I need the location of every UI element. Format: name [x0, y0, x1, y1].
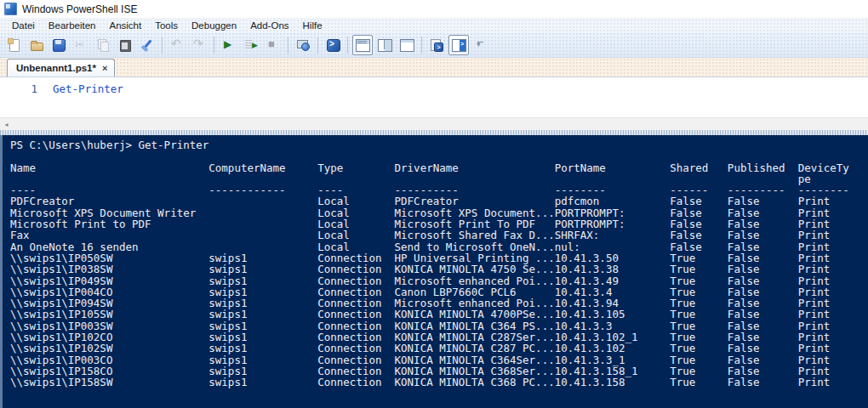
save-icon: [52, 38, 66, 52]
toolbar-separator: [421, 37, 422, 54]
code-text: Get-Printer: [37, 82, 123, 95]
console-row: \\swips1\IP102SW swips1 Connection KONIC…: [10, 343, 868, 354]
clear-console-button[interactable]: [137, 35, 157, 55]
menu-item-bearbeiten[interactable]: Bearbeiten: [42, 19, 103, 32]
cut-icon: [74, 38, 88, 52]
toolbar-separator: [214, 37, 214, 54]
toolbar-separator: [347, 37, 348, 54]
paste-icon: [118, 38, 132, 52]
toolbar: [0, 32, 868, 58]
toolbar-separator: [288, 37, 288, 54]
console-underline-line: ---- ------------ ---- ---------- ------…: [10, 184, 868, 196]
console-row: \\swips1\IP050SW swips1 Connection HP Un…: [10, 252, 868, 264]
toolbar-separator: [162, 37, 163, 54]
script-pane-right-icon: [378, 38, 391, 52]
show-script-pane-right-button[interactable]: [374, 35, 395, 55]
menu-item-datei[interactable]: Datei: [5, 19, 42, 32]
console-row: \\swips1\IP003CO swips1 Connection KONIC…: [10, 354, 868, 366]
start-powershell-button[interactable]: [323, 35, 343, 55]
menu-item-add-ons[interactable]: Add-Ons: [243, 19, 295, 32]
clear-console-icon: [140, 38, 154, 52]
powershell-tab-icon: [430, 38, 443, 52]
menu-item-tools[interactable]: Tools: [148, 19, 185, 32]
copy-button[interactable]: [93, 35, 113, 55]
console-row: \\swips1\IP102CO swips1 Connection KONIC…: [10, 332, 868, 343]
menu-item-ansicht[interactable]: Ansicht: [102, 19, 148, 32]
console-blank-line: [10, 150, 868, 162]
window-title: Windows PowerShell ISE: [22, 3, 137, 15]
show-script-pane-top-button[interactable]: [352, 35, 373, 55]
powershell-tab-button[interactable]: [426, 35, 447, 55]
copy-icon: [96, 38, 110, 52]
new-remote-powershell-tab-button[interactable]: [293, 35, 313, 55]
console-row: \\swips1\IP004CO swips1 Connection Canon…: [10, 286, 868, 298]
console-row: \\swips1\IP158CO swips1 Connection KONIC…: [10, 366, 868, 377]
editor-horizontal-scrollbar[interactable]: ◂: [0, 117, 868, 130]
undo-icon: [170, 38, 184, 52]
run-selection-button[interactable]: [241, 35, 261, 55]
app-icon: [4, 3, 17, 15]
show-command-addon-button[interactable]: [448, 35, 469, 55]
open-script-button[interactable]: [26, 35, 47, 55]
show-script-pane-maximized-button[interactable]: [397, 35, 417, 55]
toolbar-overflow-icon: [477, 38, 485, 52]
command-addon-icon: [452, 38, 465, 52]
console-header-line: Name ComputerName Type DriverName PortNa…: [10, 162, 868, 173]
menu-item-hilfe[interactable]: Hilfe: [296, 19, 329, 32]
redo-button[interactable]: [189, 35, 209, 55]
console-row: \\swips1\IP158SW swips1 Connection KONIC…: [10, 377, 868, 388]
menu-bar: DateiBearbeitenAnsichtToolsDebuggenAdd-O…: [0, 19, 868, 32]
undo-button[interactable]: [167, 35, 187, 55]
console-row: \\swips1\IP049SW swips1 Connection Micro…: [10, 275, 868, 286]
run-script-button[interactable]: [219, 35, 239, 55]
tab-label: Unbenannt1.ps1*: [16, 63, 96, 73]
console-row: Microsoft XPS Document Writer Local Micr…: [10, 207, 868, 218]
script-pane-top-icon: [356, 38, 369, 52]
console-row: An OneNote 16 senden Local Send to Micro…: [10, 241, 868, 252]
powershell-icon: [326, 38, 340, 52]
line-number: 1: [0, 82, 37, 95]
tab-bar: Unbenannt1.ps1* ×: [0, 58, 868, 76]
stop-button[interactable]: [263, 35, 283, 55]
run-script-icon: [222, 38, 236, 52]
console-row: \\swips1\IP094SW swips1 Connection Micro…: [10, 298, 868, 309]
title-bar: Windows PowerShell ISE: [0, 0, 868, 19]
redo-icon: [192, 38, 206, 52]
editor-line: 1 Get-Printer: [0, 77, 868, 95]
new-script-icon: [8, 38, 21, 52]
new-script-button[interactable]: [4, 35, 25, 55]
script-tab[interactable]: Unbenannt1.ps1* ×: [7, 59, 115, 76]
console-prompt-line: PS C:\Users\huberj> Get-Printer: [10, 139, 868, 150]
tab-close-icon[interactable]: ×: [102, 64, 107, 73]
stop-icon: [266, 38, 280, 52]
new-remote-tab-icon: [296, 38, 310, 52]
console-row: \\swips1\IP105SW swips1 Connection KONIC…: [10, 309, 868, 320]
menu-item-debuggen[interactable]: Debuggen: [185, 19, 243, 32]
paste-button[interactable]: [115, 35, 135, 55]
scroll-left-arrow-icon[interactable]: ◂: [0, 118, 13, 131]
run-selection-icon: [244, 38, 258, 52]
console-row: Microsoft Print to PDF Local Microsoft P…: [10, 218, 868, 230]
console-row: \\swips1\IP038SW swips1 Connection KONIC…: [10, 264, 868, 275]
cut-button[interactable]: [71, 35, 91, 55]
console-row: PDFCreator Local PDFCreator pdfcmon Fals…: [10, 196, 868, 207]
open-script-icon: [30, 38, 43, 52]
script-pane-max-icon: [400, 38, 414, 52]
toolbar-separator: [317, 37, 318, 54]
console-row: Fax Local Microsoft Shared Fax D...SHRFA…: [10, 230, 868, 241]
console-pane[interactable]: PS C:\Users\huberj> Get-Printer Name Com…: [0, 135, 868, 408]
script-editor[interactable]: 1 Get-Printer: [0, 76, 868, 117]
console-header-wrap-line: pe: [10, 173, 868, 184]
toolbar-overflow-button[interactable]: [471, 35, 491, 55]
save-button[interactable]: [49, 35, 69, 55]
console-row: \\swips1\IP003SW swips1 Connection KONIC…: [10, 320, 868, 332]
